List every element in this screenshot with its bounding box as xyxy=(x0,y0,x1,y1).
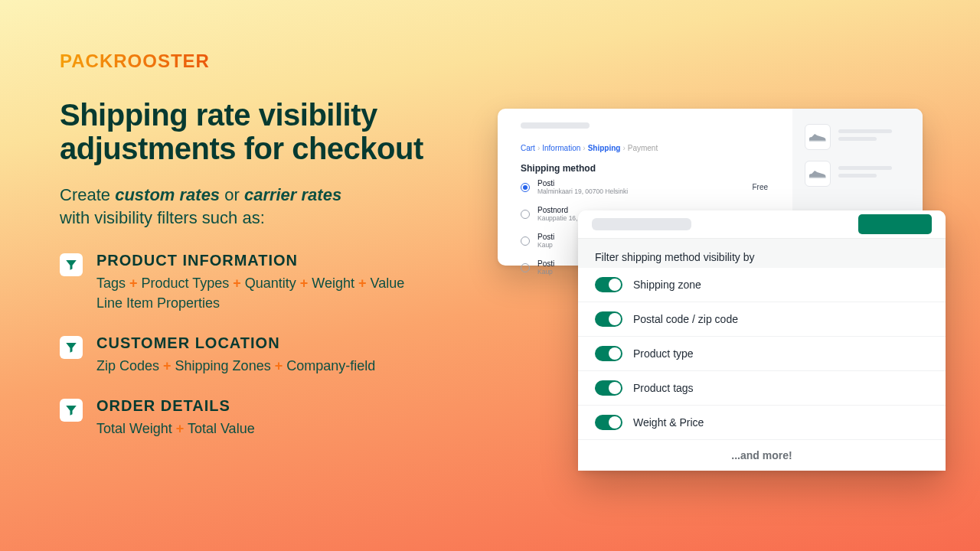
option-price: Free xyxy=(752,183,768,191)
toggle-switch[interactable] xyxy=(595,346,622,361)
group-body: Zip Codes + Shipping Zones + Company-fie… xyxy=(96,357,375,376)
toggle-switch[interactable] xyxy=(595,311,622,327)
crumb-payment: Payment xyxy=(628,144,658,152)
option-name: Posti xyxy=(537,233,554,241)
filter-panel: Filter shipping method visibility by Shi… xyxy=(578,210,946,471)
radio-icon xyxy=(521,183,530,192)
radio-icon xyxy=(521,263,530,272)
skeleton-line xyxy=(838,174,877,178)
option-name: Posti xyxy=(537,259,554,268)
group-title: ORDER DETAILS xyxy=(96,397,255,415)
sub-pre: Create xyxy=(60,185,115,204)
product-thumb xyxy=(805,124,831,150)
toggle-switch[interactable] xyxy=(595,380,622,396)
option-address: Malminkaari 19, 00700 Helsinki xyxy=(537,187,628,195)
group-body: Tags + Product Types + Quantity + Weight… xyxy=(96,274,404,312)
sub-em2: carrier rates xyxy=(244,185,341,204)
option-name: Posti xyxy=(537,179,628,187)
option-address: Kaup xyxy=(537,268,554,276)
filter-icon xyxy=(60,399,83,422)
group-body: Total Weight + Total Value xyxy=(96,419,255,439)
filter-icon xyxy=(60,336,83,359)
filter-label: Shipping zone xyxy=(633,279,701,291)
toggle-switch[interactable] xyxy=(595,415,622,430)
filter-row-more: ...and more! xyxy=(578,440,946,471)
skeleton-line xyxy=(838,129,892,133)
crumb-shipping[interactable]: Shipping xyxy=(588,144,621,152)
headline: Shipping rate visibility adjustments for… xyxy=(60,98,488,165)
feature-group: PRODUCT INFORMATIONTags + Product Types … xyxy=(60,252,488,312)
toggle-switch[interactable] xyxy=(595,277,622,292)
feature-group: CUSTOMER LOCATIONZip Codes + Shipping Zo… xyxy=(60,334,488,376)
filter-label: Product tags xyxy=(633,382,694,394)
cart-line-item xyxy=(805,161,910,187)
radio-icon xyxy=(521,210,530,219)
sneaker-icon xyxy=(808,167,828,181)
sub-or: or xyxy=(220,185,244,204)
subheadline: Create custom rates or carrier rates wit… xyxy=(60,184,488,229)
shipping-method-title: Shipping method xyxy=(521,163,776,174)
cart-line-item xyxy=(805,124,910,150)
crumb-information[interactable]: Information xyxy=(542,144,580,152)
skeleton-title xyxy=(592,218,691,230)
filter-row: Product type xyxy=(578,337,946,371)
headline-line-1: Shipping rate visibility xyxy=(60,98,377,132)
filter-label: Product type xyxy=(633,347,694,360)
headline-line-2: adjustments for checkout xyxy=(60,132,423,165)
marketing-copy: Shipping rate visibility adjustments for… xyxy=(60,98,488,460)
feature-group: ORDER DETAILSTotal Weight + Total Value xyxy=(60,397,488,439)
shipping-option[interactable]: PostiMalminkaari 19, 00700 HelsinkiFree xyxy=(521,174,776,201)
filter-row: Shipping zone xyxy=(578,268,946,302)
save-button[interactable] xyxy=(858,214,932,234)
breadcrumb: Cart›Information›Shipping›Payment xyxy=(521,144,776,152)
sneaker-icon xyxy=(808,130,828,144)
more-label: ...and more! xyxy=(731,449,792,461)
sub-post: with visibility filters such as: xyxy=(60,208,265,227)
sub-em1: custom rates xyxy=(115,185,220,204)
skeleton-line xyxy=(838,166,892,170)
filter-panel-title: Filter shipping method visibility by xyxy=(578,239,946,268)
group-title: PRODUCT INFORMATION xyxy=(96,252,404,269)
skeleton-line xyxy=(838,137,877,141)
filter-row: Weight & Price xyxy=(578,406,946,440)
filter-icon xyxy=(60,253,83,276)
filter-label: Weight & Price xyxy=(633,416,704,429)
skeleton-line xyxy=(521,122,590,129)
product-thumb xyxy=(805,161,831,187)
filter-row: Postal code / zip code xyxy=(578,302,946,337)
radio-icon xyxy=(521,236,530,246)
brand-logo: PACKROOSTER xyxy=(60,51,210,72)
group-title: CUSTOMER LOCATION xyxy=(96,334,375,352)
filter-label: Postal code / zip code xyxy=(633,313,738,325)
filter-row: Product tags xyxy=(578,371,946,406)
crumb-cart[interactable]: Cart xyxy=(521,144,535,152)
option-address: Kaup xyxy=(537,241,554,249)
